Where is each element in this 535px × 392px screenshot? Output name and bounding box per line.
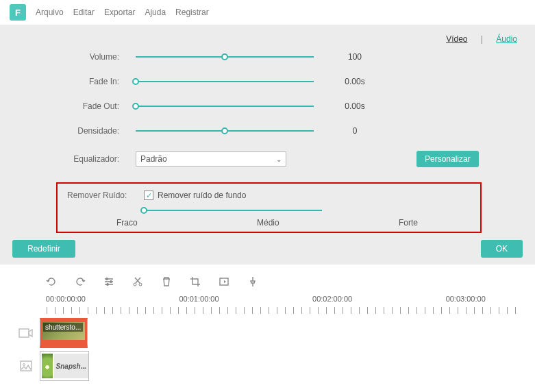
ruler-mark: 00:03:00:00	[446, 295, 486, 303]
menubar: F Arquivo Editar Exportar Ajuda Registra…	[0, 0, 535, 25]
volume-label: Volume:	[12, 52, 136, 62]
cut-icon[interactable]	[132, 275, 144, 288]
menu-help[interactable]: Ajuda	[145, 8, 166, 17]
menu-export[interactable]: Exportar	[104, 8, 135, 17]
timeline-area: 00:00:00:00 00:01:00:00 00:02:00:00 00:0…	[0, 265, 535, 388]
tab-video[interactable]: Vídeo	[446, 34, 467, 44]
volume-slider[interactable]	[136, 52, 314, 62]
fadeout-slider[interactable]	[136, 101, 314, 111]
image-clip[interactable]: Snapsh...	[40, 351, 89, 381]
svg-point-1	[110, 281, 112, 283]
image-track: Snapsh...	[12, 351, 523, 381]
chevron-down-icon: ⌄	[276, 156, 282, 163]
timeline-ruler[interactable]: 00:00:00:00 00:01:00:00 00:02:00:00 00:0…	[47, 295, 523, 314]
volume-row: Volume: 100	[12, 52, 523, 62]
svg-point-4	[139, 283, 142, 286]
fadein-slider[interactable]	[136, 77, 314, 86]
trash-icon[interactable]	[160, 275, 173, 288]
density-value: 0	[314, 126, 396, 136]
density-slider[interactable]	[136, 126, 314, 136]
fadeout-value: 0.00s	[314, 101, 396, 111]
equalizer-label: Equalizador:	[12, 154, 136, 164]
equalizer-value: Padrão	[140, 154, 167, 164]
video-clip-label: shuttersto...	[43, 323, 83, 332]
redo-icon[interactable]	[74, 275, 86, 288]
image-clip-label: Snapsh...	[54, 354, 88, 378]
settings-icon[interactable]	[103, 275, 115, 288]
app-logo-letter: F	[15, 8, 21, 18]
svg-point-3	[134, 283, 136, 286]
equalizer-row: Equalizador: Padrão ⌄ Personalizar	[12, 151, 523, 167]
video-track-icon	[12, 319, 40, 347]
density-label: Densidade:	[12, 126, 136, 136]
fadeout-label: Fade Out:	[12, 101, 136, 111]
noise-strength-slider[interactable]	[144, 206, 322, 215]
pin-icon[interactable]	[247, 275, 259, 288]
noise-checkbox-label: Remover ruído de fundo	[158, 191, 246, 200]
timeline-toolbar	[12, 271, 523, 292]
reset-button[interactable]: Redefinir	[12, 240, 75, 258]
menu-file[interactable]: Arquivo	[36, 8, 64, 17]
tab-separator: |	[481, 34, 483, 44]
svg-point-8	[23, 364, 25, 366]
svg-rect-6	[19, 329, 29, 337]
noise-checkbox[interactable]: ✓ Remover ruído de fundo	[144, 191, 246, 200]
audio-settings-panel: Vídeo | Áudio Volume: 100 Fade In: 0.00s…	[0, 25, 535, 265]
export-icon[interactable]	[218, 275, 230, 288]
ruler-mark: 00:02:00:00	[312, 295, 352, 303]
crop-icon[interactable]	[189, 275, 201, 288]
fadeout-row: Fade Out: 0.00s	[12, 101, 523, 111]
ok-button[interactable]: OK	[481, 240, 523, 258]
fadein-value: 0.00s	[314, 77, 396, 86]
density-row: Densidade: 0	[12, 126, 523, 136]
noise-strong-label: Forte	[399, 218, 418, 228]
svg-point-0	[106, 278, 108, 280]
video-clip[interactable]: shuttersto...	[40, 318, 88, 348]
app-logo: F	[10, 4, 26, 21]
equalizer-customize-button[interactable]: Personalizar	[416, 151, 479, 167]
video-track: shuttersto...	[12, 318, 523, 348]
noise-removal-section: Remover Ruído: ✓ Remover ruído de fundo …	[56, 182, 482, 233]
ruler-mark: 00:01:00:00	[179, 295, 219, 303]
menu-edit[interactable]: Editar	[73, 8, 95, 17]
tab-audio[interactable]: Áudio	[496, 34, 517, 44]
volume-value: 100	[314, 52, 396, 62]
noise-weak-label: Fraco	[116, 218, 138, 228]
noise-medium-label: Médio	[257, 218, 279, 228]
fadein-row: Fade In: 0.00s	[12, 77, 523, 86]
undo-icon[interactable]	[45, 275, 58, 288]
image-track-icon	[12, 352, 40, 380]
panel-tabs: Vídeo | Áudio	[12, 34, 523, 44]
ruler-mark: 00:00:00:00	[46, 295, 86, 303]
noise-label: Remover Ruído:	[67, 191, 144, 200]
fadein-label: Fade In:	[12, 77, 136, 86]
checkbox-icon: ✓	[144, 191, 153, 200]
equalizer-select[interactable]: Padrão ⌄	[136, 151, 286, 167]
menu-register[interactable]: Registrar	[175, 8, 209, 17]
svg-point-2	[107, 284, 109, 286]
